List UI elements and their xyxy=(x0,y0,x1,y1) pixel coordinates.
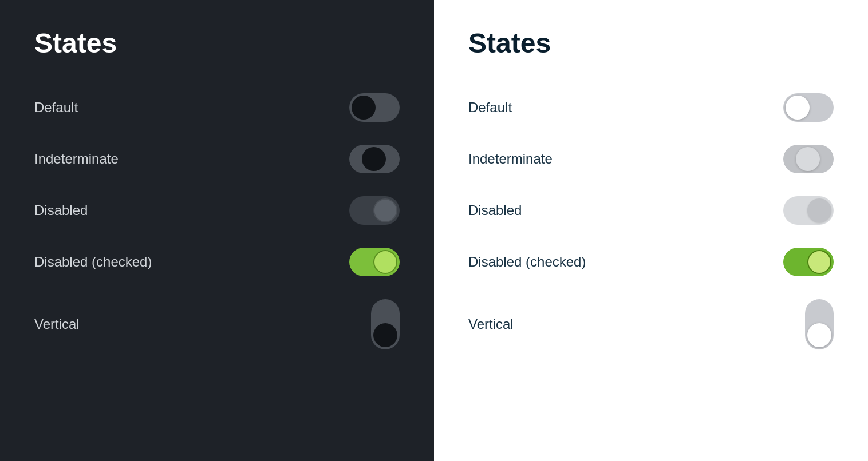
state-label-disabled-light: Disabled xyxy=(468,202,522,218)
state-row-disabled-checked-dark: Disabled (checked) xyxy=(34,236,400,288)
toggle-thumb xyxy=(807,250,831,274)
toggle-vertical-light[interactable] xyxy=(805,299,834,349)
toggle-area-default-dark xyxy=(331,93,400,122)
toggle-area-disabled-light xyxy=(765,196,834,225)
toggle-area-indeterminate-dark xyxy=(331,145,400,173)
state-label-indeterminate-dark: Indeterminate xyxy=(34,151,119,167)
toggle-area-disabled-checked-light xyxy=(765,248,834,276)
dark-panel-title: States xyxy=(34,27,400,59)
toggle-default-light[interactable] xyxy=(783,93,834,122)
state-label-default-light: Default xyxy=(468,100,512,116)
state-label-vertical-light: Vertical xyxy=(468,316,514,332)
toggle-disabled-light xyxy=(783,196,834,225)
state-row-vertical-dark: Vertical xyxy=(34,288,400,361)
toggle-thumb xyxy=(352,96,376,120)
toggle-disabled-dark xyxy=(349,196,400,225)
toggle-area-disabled-checked-dark xyxy=(331,248,400,276)
state-row-indeterminate-dark: Indeterminate xyxy=(34,133,400,185)
toggle-disabled-checked-dark xyxy=(349,248,400,276)
dark-panel: States Default Indeterminate Disabled xyxy=(0,0,434,461)
light-panel-title: States xyxy=(468,27,834,59)
state-label-disabled-dark: Disabled xyxy=(34,202,88,218)
toggle-thumb xyxy=(786,96,810,120)
state-row-disabled-checked-light: Disabled (checked) xyxy=(468,236,834,288)
toggle-area-disabled-dark xyxy=(331,196,400,225)
toggle-default-dark[interactable] xyxy=(349,93,400,122)
toggle-disabled-checked-light xyxy=(783,248,834,276)
state-row-indeterminate-light: Indeterminate xyxy=(468,133,834,185)
toggle-thumb xyxy=(373,250,397,274)
toggle-thumb xyxy=(807,198,831,222)
state-label-vertical-dark: Vertical xyxy=(34,316,80,332)
toggle-thumb xyxy=(796,147,820,171)
toggle-indeterminate-light[interactable] xyxy=(783,145,834,173)
state-label-disabled-checked-dark: Disabled (checked) xyxy=(34,254,152,270)
toggle-area-vertical-light xyxy=(765,299,834,349)
toggle-thumb xyxy=(807,323,831,347)
state-label-disabled-checked-light: Disabled (checked) xyxy=(468,254,586,270)
light-panel: States Default Indeterminate Disabled xyxy=(434,0,868,461)
state-label-indeterminate-light: Indeterminate xyxy=(468,151,553,167)
toggle-area-default-light xyxy=(765,93,834,122)
toggle-vertical-dark[interactable] xyxy=(371,299,400,349)
state-row-vertical-light: Vertical xyxy=(468,288,834,361)
toggle-area-indeterminate-light xyxy=(765,145,834,173)
toggle-thumb xyxy=(373,323,397,347)
state-row-disabled-dark: Disabled xyxy=(34,185,400,236)
toggle-thumb xyxy=(362,147,386,171)
toggle-thumb xyxy=(373,198,397,222)
state-row-default-dark: Default xyxy=(34,82,400,133)
state-label-default-dark: Default xyxy=(34,100,78,116)
state-row-disabled-light: Disabled xyxy=(468,185,834,236)
toggle-indeterminate-dark[interactable] xyxy=(349,145,400,173)
toggle-area-vertical-dark xyxy=(331,299,400,349)
state-row-default-light: Default xyxy=(468,82,834,133)
